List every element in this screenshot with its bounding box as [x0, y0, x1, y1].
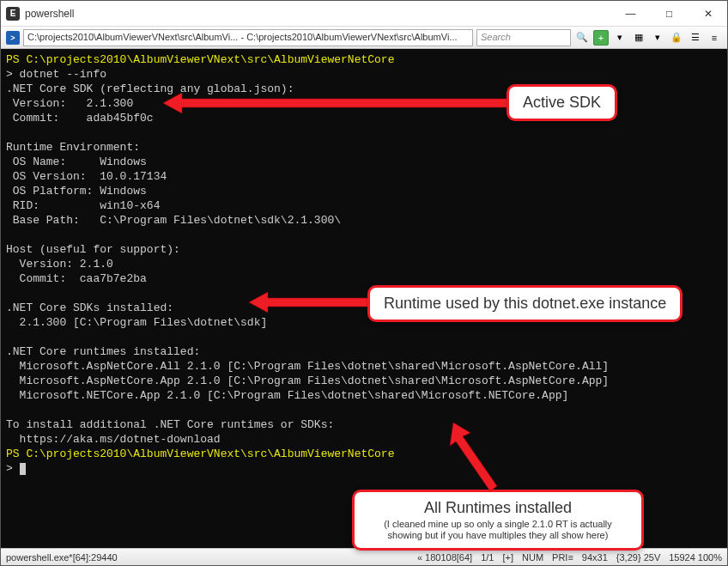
- app-window: E powershell — □ ✕ > C:\projects2010\Alb…: [0, 0, 728, 566]
- command-line: > dotnet --info: [6, 68, 106, 81]
- toolbar: > C:\projects2010\AlbumViewerVNext\src\A…: [1, 27, 727, 49]
- out-os-platform: OS Platform: Windows: [6, 185, 147, 198]
- app-icon: E: [6, 7, 20, 21]
- close-button[interactable]: ✕: [689, 1, 727, 26]
- out-install-1: To install additional .NET Core runtimes…: [6, 418, 334, 431]
- minimize-button[interactable]: —: [611, 1, 650, 26]
- prompt-line-2: PS C:\projects2010\AlbumViewerVNext\src\…: [6, 447, 394, 460]
- out-sdk-header: .NET Core SDK (reflecting any global.jso…: [6, 82, 294, 95]
- out-sdk-commit: Commit: adab45bf0c: [6, 112, 154, 125]
- status-dims: 94x31: [582, 552, 608, 563]
- status-cursor: {3,29} 25V: [616, 552, 660, 563]
- callout-runtime: Runtime used by this dotnet.exe instance: [367, 285, 682, 322]
- list-icon[interactable]: ☰: [688, 30, 703, 46]
- titlebar: E powershell — □ ✕: [1, 1, 727, 27]
- grid-icon[interactable]: ▦: [631, 30, 646, 46]
- out-host-header: Host (useful for support):: [6, 243, 180, 256]
- add-button[interactable]: +: [593, 30, 609, 46]
- out-os-version: OS Version: 10.0.17134: [6, 170, 167, 183]
- out-sdk-version: Version: 2.1.300: [6, 97, 133, 110]
- out-rts-2: Microsoft.AspNetCore.App 2.1.0 [C:\Progr…: [6, 374, 609, 387]
- prompt-line: PS C:\projects2010\AlbumViewerVNext\src\…: [6, 53, 394, 66]
- dropdown2-icon[interactable]: ▾: [650, 30, 665, 46]
- dropdown-icon[interactable]: ▾: [612, 30, 628, 46]
- status-build: « 180108[64]: [417, 552, 472, 563]
- bars-icon[interactable]: ≡: [707, 30, 722, 46]
- maximize-button[interactable]: □: [650, 1, 689, 26]
- status-bar: powershell.exe*[64]:29440 « 180108[64] 1…: [1, 548, 727, 565]
- search-input[interactable]: Search: [476, 29, 571, 46]
- out-os-name: OS Name: Windows: [6, 155, 147, 168]
- powershell-icon: >: [6, 31, 20, 45]
- callout-all-runtimes: All Runtimes installed (I cleaned mine u…: [352, 490, 644, 551]
- out-install-2: https://aka.ms/dotnet-download: [6, 433, 221, 446]
- lock-icon[interactable]: 🔒: [669, 30, 684, 46]
- window-title: powershell: [25, 8, 611, 20]
- callout-active-sdk: Active SDK: [507, 84, 617, 121]
- out-rts-header: .NET Core runtimes installed:: [6, 345, 200, 358]
- status-mem: 15924 100%: [669, 552, 722, 563]
- prompt-cursor: >: [6, 462, 26, 475]
- callout-all-runtimes-sub: (I cleaned mine up so only a single 2.1.…: [368, 519, 628, 541]
- out-host-version: Version: 2.1.0: [6, 258, 113, 271]
- out-basepath: Base Path: C:\Program Files\dotnet\sdk\2…: [6, 214, 341, 227]
- out-rts-3: Microsoft.NETCore.App 2.1.0 [C:\Program …: [6, 389, 568, 402]
- status-page: 1/1: [481, 552, 494, 563]
- search-icon[interactable]: 🔍: [574, 30, 590, 46]
- out-host-commit: Commit: caa7b7e2ba: [6, 272, 147, 285]
- out-sdks-header: .NET Core SDKs installed:: [6, 301, 173, 314]
- out-re-header: Runtime Environment:: [6, 141, 140, 154]
- window-controls: — □ ✕: [611, 1, 727, 26]
- out-rid: RID: win10-x64: [6, 199, 160, 212]
- callout-active-sdk-text: Active SDK: [523, 94, 601, 112]
- callout-all-runtimes-title: All Runtimes installed: [368, 499, 628, 517]
- callout-runtime-text: Runtime used by this dotnet.exe instance: [384, 295, 666, 313]
- status-plus: [+]: [502, 552, 513, 563]
- out-rts-1: Microsoft.AspNetCore.All 2.1.0 [C:\Progr…: [6, 360, 609, 373]
- status-num: NUM: [522, 552, 543, 563]
- address-bar[interactable]: C:\projects2010\AlbumViewerVNext\src\Alb…: [23, 29, 473, 46]
- out-sdks-1: 2.1.300 [C:\Program Files\dotnet\sdk]: [6, 316, 267, 329]
- status-pri: PRI≡: [552, 552, 573, 563]
- status-process: powershell.exe*[64]:29440: [6, 552, 118, 563]
